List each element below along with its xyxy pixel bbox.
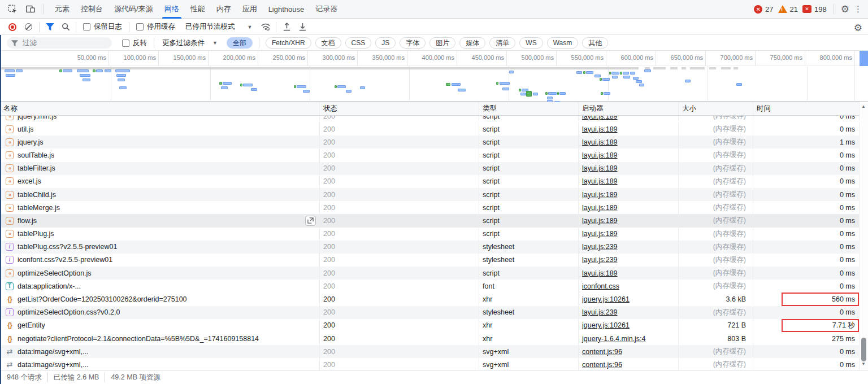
warning-count[interactable]: ! 21 — [778, 5, 798, 14]
kebab-menu-icon[interactable]: ⋮ — [854, 4, 862, 14]
request-row[interactable]: ‹›tablePlug.js200scriptlayui.js:189(内存缓存… — [0, 228, 860, 241]
tab-元素[interactable]: 元素 — [49, 0, 75, 19]
column-header-size[interactable]: 大小 — [679, 102, 753, 115]
search-icon[interactable] — [58, 20, 73, 34]
invert-checkbox[interactable]: 反转 — [122, 38, 147, 48]
import-har-icon[interactable] — [279, 20, 294, 34]
request-row[interactable]: /optimizeSelectOption.css?v0.2.0200style… — [0, 306, 860, 319]
error-count[interactable]: ✕ 27 — [754, 5, 773, 14]
name-cell[interactable]: {}getList?OrderCode=1202503100262&orderi… — [0, 293, 320, 306]
filter-chip-字体[interactable]: 字体 — [400, 37, 426, 49]
scroll-down-icon[interactable]: ▼ — [861, 361, 866, 366]
name-cell[interactable]: ‹›flow.js — [0, 214, 320, 227]
initiator-link[interactable]: layui.js:239 — [582, 243, 618, 251]
initiator-link[interactable]: layui.js:189 — [582, 125, 618, 133]
filter-chip-WS[interactable]: WS — [519, 37, 542, 49]
tab-控制台[interactable]: 控制台 — [75, 0, 108, 19]
request-row[interactable]: ‹›jquery.js200scriptlayui.js:189(内存缓存)1 … — [0, 136, 860, 149]
initiator-link[interactable]: layui.js:189 — [582, 217, 618, 225]
filter-chip-Fetch/XHR[interactable]: Fetch/XHR — [266, 37, 311, 49]
issues-count[interactable]: ✕ 198 — [802, 5, 827, 14]
name-cell[interactable]: ⇄data:image/svg+xml,... — [0, 358, 320, 370]
initiator-link[interactable]: layui.js:189 — [582, 164, 618, 172]
request-row[interactable]: ‹›jquery.min.js200scriptlayui.js:189(内存缓… — [0, 116, 860, 123]
disable-cache-checkbox[interactable]: 停用缓存 — [136, 22, 175, 32]
filter-chip-媒体[interactable]: 媒体 — [459, 37, 485, 49]
initiator-link[interactable]: jquery.js:10261 — [582, 321, 630, 329]
throttling-select[interactable]: 已停用节流模式 ▼ — [185, 22, 252, 32]
scrollbar-thumb[interactable] — [861, 338, 866, 361]
request-row[interactable]: ‹›excel.js200scriptlayui.js:189(内存缓存)0 m… — [0, 175, 860, 188]
scroll-up-icon[interactable]: ▲ — [861, 104, 866, 109]
initiator-link[interactable]: layui.js:189 — [582, 177, 618, 185]
initiator-link[interactable]: layui.js:239 — [582, 256, 618, 264]
request-row[interactable]: ‹›tableFilter.js200scriptlayui.js:189(内存… — [0, 162, 860, 175]
tab-应用[interactable]: 应用 — [237, 0, 263, 19]
filter-input[interactable] — [21, 38, 101, 47]
name-cell[interactable]: /iconfont.css?v2.5.5-preview01 — [0, 254, 320, 267]
name-cell[interactable]: ‹›jquery.min.js — [0, 116, 320, 121]
name-cell[interactable]: ‹›tableChild.js — [0, 188, 320, 201]
tab-内存[interactable]: 内存 — [211, 0, 237, 19]
request-row[interactable]: Tdata:application/x-...200fonticonfont.c… — [0, 280, 860, 293]
request-row[interactable]: ‹›soulTable.js200scriptlayui.js:189(内存缓存… — [0, 149, 860, 162]
tab-记录器[interactable]: 记录器 — [310, 0, 343, 19]
tab-性能[interactable]: 性能 — [185, 0, 211, 19]
filter-toggle-icon[interactable] — [42, 20, 58, 34]
vertical-scrollbar[interactable]: ▲ ▼ — [860, 102, 868, 370]
network-overview-timeline[interactable]: 50,000 ms100,000 ms150,000 ms200,000 ms2… — [0, 51, 868, 102]
name-cell[interactable]: ‹›tableMerge.js — [0, 201, 320, 214]
request-row[interactable]: /tablePlug.css?v2.5.5-preview01200styles… — [0, 241, 860, 254]
name-cell[interactable]: /optimizeSelectOption.css?v0.2.0 — [0, 306, 320, 319]
request-row[interactable]: ‹›flow.js200scriptlayui.js:189(内存缓存)0 ms — [0, 214, 860, 227]
initiator-link[interactable]: layui.js:189 — [582, 230, 618, 238]
filter-chip-Wasm[interactable]: Wasm — [547, 37, 579, 49]
column-header-type[interactable]: 类型 — [479, 102, 579, 115]
initiator-link[interactable]: layui.js:189 — [582, 269, 618, 277]
name-cell[interactable]: ‹›tableFilter.js — [0, 162, 320, 175]
column-header-name[interactable]: 名称 — [0, 102, 320, 115]
request-row[interactable]: /iconfont.css?v2.5.5-preview01200stylesh… — [0, 254, 860, 267]
open-in-new-tab-button[interactable] — [305, 216, 316, 226]
name-cell[interactable]: ‹›tablePlug.js — [0, 228, 320, 241]
tab-网络[interactable]: 网络 — [159, 0, 185, 19]
request-row[interactable]: ‹›util.js200scriptlayui.js:189(内存缓存)0 ms — [0, 123, 860, 136]
request-row[interactable]: {}negotiate?clientProtocol=2.1&connectio… — [0, 332, 860, 345]
name-cell[interactable]: ‹›soulTable.js — [0, 149, 320, 162]
network-conditions-icon[interactable] — [258, 20, 274, 34]
filter-chip-CSS[interactable]: CSS — [345, 37, 372, 49]
timeline-scroll-corner[interactable] — [860, 51, 868, 66]
request-row[interactable]: ‹›tableMerge.js200scriptlayui.js:189(内存缓… — [0, 201, 860, 214]
initiator-link[interactable]: jquery.js:10261 — [582, 295, 630, 303]
column-header-initiator[interactable]: 启动器 — [579, 102, 679, 115]
name-cell[interactable]: ‹›util.js — [0, 123, 320, 136]
initiator-link[interactable]: jquery-1.6.4.min.js:4 — [582, 335, 646, 343]
timeline-waterfall[interactable] — [0, 66, 860, 102]
inspect-element-icon[interactable] — [5, 2, 20, 16]
filter-chip-其他[interactable]: 其他 — [582, 37, 608, 49]
tab-Lighthouse[interactable]: Lighthouse — [263, 0, 310, 19]
column-header-time[interactable]: 时间 — [753, 102, 860, 115]
initiator-link[interactable]: layui.js:189 — [582, 116, 618, 120]
request-row[interactable]: {}getList?OrderCode=1202503100262&orderi… — [0, 293, 860, 306]
device-toolbar-icon[interactable] — [23, 2, 38, 16]
filter-chip-文档[interactable]: 文档 — [315, 37, 341, 49]
filter-chip-清单[interactable]: 清单 — [489, 37, 515, 49]
filter-chip-图片[interactable]: 图片 — [429, 37, 455, 49]
name-cell[interactable]: Tdata:application/x-... — [0, 280, 320, 293]
name-cell[interactable]: ‹›optimizeSelectOption.js — [0, 267, 320, 280]
name-cell[interactable]: {}negotiate?clientProtocol=2.1&connectio… — [0, 332, 320, 345]
request-row[interactable]: {}getEntity200xhrjquery.js:10261721 B7.7… — [0, 319, 860, 332]
name-cell[interactable]: ‹›jquery.js — [0, 136, 320, 149]
initiator-link[interactable]: content.js:96 — [582, 348, 622, 356]
more-filters-dropdown[interactable]: 更多过滤条件 ▼ — [162, 38, 218, 48]
name-cell[interactable]: {}getEntity — [0, 319, 320, 332]
request-row[interactable]: ⇄data:image/svg+xml,...200svg+xmlcontent… — [0, 345, 860, 358]
initiator-link[interactable]: layui.js:189 — [582, 204, 618, 212]
export-har-icon[interactable] — [294, 20, 310, 34]
initiator-link[interactable]: layui.js:189 — [582, 191, 618, 199]
settings-gear-icon[interactable]: ⚙ — [841, 3, 849, 15]
filter-chip-全部[interactable]: 全部 — [227, 37, 253, 49]
request-row[interactable]: ‹›tableChild.js200scriptlayui.js:189(内存缓… — [0, 188, 860, 201]
request-row[interactable]: ‹›optimizeSelectOption.js200scriptlayui.… — [0, 267, 860, 280]
